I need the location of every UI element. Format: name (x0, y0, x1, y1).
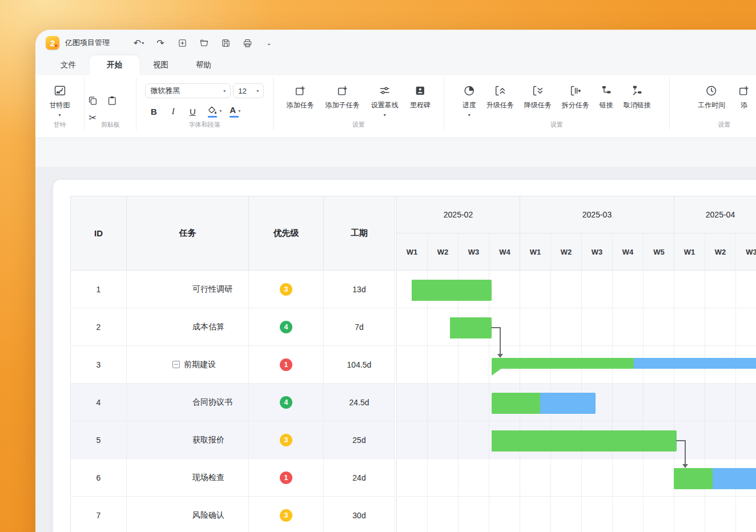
copy-button[interactable] (85, 93, 100, 108)
task-id: 5 (71, 421, 127, 458)
priority-badge: 1 (280, 358, 292, 371)
tab-file[interactable]: 文件 (47, 55, 90, 75)
chevron-down-icon[interactable]: ▾ (219, 108, 222, 114)
save-icon (221, 38, 231, 48)
chevron-down-icon[interactable]: ▾ (468, 114, 471, 116)
gantt-task-bar[interactable] (674, 468, 756, 489)
column-header-id: ID (71, 196, 127, 270)
bar-segment-green (492, 393, 540, 414)
task-priority: 1 (249, 346, 324, 383)
unlink-icon (631, 84, 644, 97)
underline-button[interactable]: U (184, 103, 201, 118)
bold-button[interactable]: B (145, 103, 162, 118)
ribbon-button-add-subtask[interactable]: 添加子任务 (323, 78, 362, 110)
italic-button[interactable]: I (164, 103, 182, 118)
collapse-icon[interactable] (172, 361, 180, 368)
ribbon-group-clipboard: ✂ 剪贴板 (85, 78, 136, 130)
priority-badge: 4 (280, 321, 292, 333)
task-name: 合同协议书 (127, 384, 249, 421)
font-size-select[interactable]: 12▾ (233, 83, 264, 98)
month-label: 2025-03 (520, 196, 674, 233)
ribbon-button-promote[interactable]: 升级任务 (484, 78, 516, 110)
undo-button[interactable]: ↶▾ (131, 35, 146, 50)
task-priority: 4 (249, 384, 324, 421)
tab-help[interactable]: 帮助 (182, 55, 225, 75)
dependency-arrow-icon (497, 354, 503, 358)
week-label: W4 (613, 233, 644, 270)
table-row[interactable]: 3 前期建设 1 104.5d (71, 346, 395, 384)
task-priority: 4 (249, 308, 324, 345)
task-duration: 24.5d (324, 384, 395, 421)
print-button[interactable] (240, 35, 255, 50)
chevron-down-icon: ▾ (256, 88, 259, 94)
bar-segment-green (412, 280, 492, 301)
chevron-down-icon: ▾ (223, 88, 226, 94)
ribbon-button-split[interactable]: 拆分任务 (560, 78, 592, 110)
column-header-duration: 工期 (324, 196, 395, 270)
table-row[interactable]: 2 成本估算 4 7d (71, 308, 395, 346)
save-button[interactable] (218, 35, 233, 50)
new-file-button[interactable] (175, 35, 190, 50)
gantt-task-bar[interactable] (412, 280, 492, 301)
summary-bar-notch (492, 368, 502, 376)
open-file-button[interactable] (196, 35, 211, 50)
ribbon-button-demote[interactable]: 降级任务 (522, 78, 554, 110)
task-name: 前期建设 (127, 346, 249, 383)
fill-color-button[interactable]: ▾ (207, 103, 222, 118)
font-color-button[interactable]: A ▾ (228, 103, 240, 118)
ribbon-button-link[interactable]: 链接 (597, 78, 616, 110)
ribbon-button-milestone[interactable]: 里程碑 (408, 78, 433, 110)
table-row[interactable]: 1 可行性调研 3 13d (71, 271, 395, 308)
ribbon-group-time: 工作时间添设置 (670, 78, 756, 130)
gantt-task-bar[interactable] (492, 393, 596, 414)
font-family-select[interactable]: 微软雅黑▾ (145, 83, 231, 98)
table-row[interactable]: 6 现场检查 1 24d (71, 459, 395, 497)
dependency-arrow-icon (682, 464, 688, 468)
task-duration: 25d (324, 421, 395, 458)
gantt-task-bar[interactable] (492, 430, 677, 452)
toolbar-collapse-button[interactable]: ⌄ (262, 35, 276, 50)
week-label: W2 (428, 233, 459, 270)
ribbon-group-gantt: 甘特图 ▾ 甘特 (35, 78, 85, 130)
task-id: 3 (71, 346, 127, 383)
timeline-body (397, 271, 756, 532)
gantt-summary-bar[interactable] (492, 358, 756, 369)
add-resource-icon (738, 84, 750, 97)
redo-button[interactable]: ↷ (153, 35, 168, 50)
chevron-down-icon[interactable]: ▾ (59, 114, 61, 116)
split-icon (569, 84, 582, 97)
chevron-down-icon[interactable]: ▾ (384, 114, 386, 116)
gantt-bars-layer (397, 271, 756, 532)
ribbon-button-baseline[interactable]: 设置基线▾ (369, 78, 401, 116)
table-row[interactable]: 7 风险确认 3 30d (71, 497, 395, 532)
table-row[interactable]: 5 获取报价 3 25d (71, 421, 395, 459)
add-task-icon (294, 84, 307, 97)
ribbon-button-progress[interactable]: 进度▾ (460, 78, 478, 116)
table-header: ID 任务 优先级 工期 (71, 196, 395, 271)
group-label: 设置 (670, 120, 756, 129)
task-duration: 7d (324, 308, 395, 345)
chevron-down-icon[interactable]: ▾ (238, 108, 240, 114)
gantt-chart-icon (54, 84, 66, 97)
bar-segment-blue (634, 358, 756, 369)
tab-home[interactable]: 开始 (90, 55, 139, 75)
bar-segment-green (492, 358, 634, 369)
gantt-task-bar[interactable] (450, 317, 492, 338)
tab-view[interactable]: 视图 (139, 55, 182, 75)
bar-segment-blue (540, 393, 596, 414)
ribbon-button-clock[interactable]: 工作时间 (695, 78, 727, 110)
table-row[interactable]: 4 合同协议书 4 24.5d (71, 384, 395, 421)
add-subtask-icon (336, 84, 349, 97)
task-id: 2 (71, 308, 127, 345)
month-header: 2025-02W1W2W3W4 (397, 196, 520, 270)
undo-caret-icon[interactable]: ▾ (142, 41, 144, 46)
gantt-chart-button[interactable]: 甘特图 ▾ (47, 78, 73, 116)
week-label: W1 (520, 233, 551, 270)
titlebar: 2 亿图项目管理 ↶▾ ↷ ⌄ (35, 30, 756, 56)
task-priority: 3 (249, 271, 324, 308)
ribbon-button-add-resource[interactable]: 添 (735, 78, 753, 110)
week-label: W3 (736, 233, 756, 270)
ribbon-button-add-task[interactable]: 添加任务 (284, 78, 316, 110)
ribbon-button-unlink[interactable]: 取消链接 (621, 78, 653, 110)
paste-button[interactable] (104, 93, 120, 108)
